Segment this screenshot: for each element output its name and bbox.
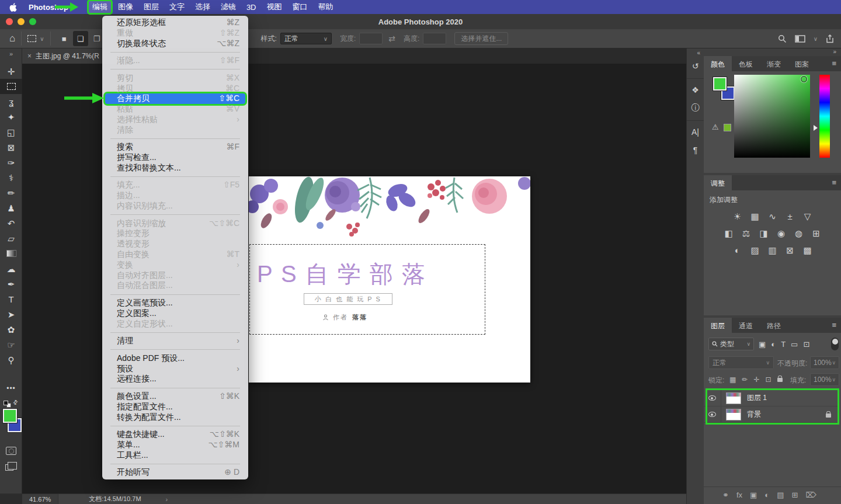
fill-dropdown[interactable]: 100% ∨: [810, 373, 839, 386]
layers-panel-menu-icon[interactable]: ≡: [832, 321, 836, 329]
eraser-tool[interactable]: ▱: [0, 231, 22, 246]
paragraph-panel-icon[interactable]: ¶: [687, 140, 704, 160]
brush-tool[interactable]: ✏: [0, 185, 22, 200]
gradient-map-icon[interactable]: ▩: [802, 245, 813, 256]
opacity-dropdown[interactable]: 100% ∨: [810, 356, 839, 369]
collapse-panels-icon[interactable]: «: [687, 48, 704, 56]
link-layers-icon[interactable]: ⚭: [722, 491, 729, 499]
default-colors-icon[interactable]: ⇄: [4, 399, 19, 407]
app-menu-title[interactable]: Photoshop: [29, 3, 68, 12]
width-input[interactable]: [359, 33, 383, 44]
menubar-item-edit[interactable]: 编辑: [88, 1, 112, 13]
lock-transparency-icon[interactable]: ▦: [729, 376, 736, 384]
tab-color[interactable]: 颜色: [704, 56, 732, 71]
menu-item-convert-to-profile[interactable]: 转换为配置文件...: [105, 412, 245, 423]
menu-item-search[interactable]: 搜索⌘F: [105, 142, 245, 152]
menubar-item-select[interactable]: 选择: [191, 1, 214, 13]
menu-item-copy-merged[interactable]: 合并拷贝⇧⌘C: [105, 93, 245, 104]
threshold-icon[interactable]: ▥: [767, 245, 778, 256]
search-icon[interactable]: [778, 34, 787, 43]
move-tool[interactable]: ✛: [0, 64, 22, 79]
tab-channels[interactable]: 通道: [732, 318, 760, 333]
libraries-panel-icon[interactable]: ❖: [687, 78, 704, 98]
apple-menu-icon[interactable]: [9, 3, 17, 12]
status-chevron-icon[interactable]: ›: [166, 496, 168, 503]
workspace-switcher-icon[interactable]: [795, 35, 805, 43]
gamut-warning-icon[interactable]: ⚠: [712, 123, 719, 131]
menu-item-toolbar-cmd[interactable]: 工具栏...: [105, 450, 245, 461]
swap-colors-icon[interactable]: ⇄: [11, 398, 19, 406]
color-panel-menu-icon[interactable]: ≡: [832, 59, 836, 68]
character-panel-icon[interactable]: A|: [687, 120, 704, 140]
hue-slider-arrow[interactable]: [814, 125, 818, 131]
menubar-item-3d[interactable]: 3D: [242, 2, 260, 13]
foreground-color-swatch[interactable]: [3, 409, 17, 423]
share-icon[interactable]: [826, 34, 834, 43]
menu-item-purge[interactable]: 清理›: [105, 336, 245, 346]
color-field[interactable]: [734, 75, 810, 158]
lock-pixels-icon[interactable]: ✏: [742, 376, 748, 384]
adjustments-panel-menu-icon[interactable]: ≡: [832, 178, 836, 187]
healing-brush-tool[interactable]: ⚕: [0, 170, 22, 185]
new-layer-icon[interactable]: ⊞: [791, 491, 798, 499]
tab-layers[interactable]: 图层: [704, 318, 732, 333]
zoom-tool[interactable]: ⚲: [0, 352, 22, 367]
menu-item-assign-profile[interactable]: 指定配置文件...: [105, 402, 245, 412]
layer-filter-dropdown[interactable]: 类型 ∨: [708, 338, 754, 350]
photo-filter-icon[interactable]: ◉: [776, 228, 787, 239]
filter-type-layers-icon[interactable]: T: [781, 340, 786, 349]
clone-stamp-tool[interactable]: ♟: [0, 200, 22, 215]
type-tool[interactable]: T: [0, 291, 22, 307]
menu-item-presets[interactable]: 预设›: [105, 364, 245, 374]
delete-layer-icon[interactable]: ⌦: [805, 491, 816, 499]
hand-tool[interactable]: ☞: [0, 337, 22, 352]
screen-mode-icon[interactable]: [5, 464, 13, 471]
quick-mask-mode-icon[interactable]: [6, 447, 16, 455]
style-dropdown[interactable]: 正常 ∨: [280, 33, 332, 44]
history-brush-tool[interactable]: ↶: [0, 215, 22, 231]
lasso-tool[interactable]: ʓ: [0, 94, 22, 109]
history-panel-icon[interactable]: ↺: [687, 56, 704, 76]
invert-icon[interactable]: ◐: [732, 245, 743, 256]
menubar-item-window[interactable]: 窗口: [289, 1, 312, 13]
filter-smart-objects-icon[interactable]: ⊡: [803, 340, 809, 349]
menu-item-check-spelling[interactable]: 拼写检查...: [105, 152, 245, 163]
filter-shape-layers-icon[interactable]: ▭: [791, 340, 798, 349]
layer-filter-toggle[interactable]: [831, 338, 839, 350]
layer-effects-icon[interactable]: fx: [736, 491, 742, 499]
gradient-tool[interactable]: [0, 246, 22, 261]
expand-dock-icon[interactable]: »: [704, 48, 841, 56]
pen-tool[interactable]: ✒: [0, 276, 22, 291]
levels-icon[interactable]: ▦: [750, 211, 760, 222]
selective-color-icon[interactable]: ⊠: [785, 245, 795, 256]
frame-tool[interactable]: ⊠: [0, 140, 22, 155]
visibility-toggle[interactable]: [704, 390, 721, 406]
lock-artboard-icon[interactable]: ⊡: [765, 376, 771, 384]
filter-pixel-layers-icon[interactable]: ▣: [759, 340, 766, 349]
color-field-picker[interactable]: [801, 76, 807, 82]
add-to-selection-button[interactable]: ❏: [73, 31, 88, 46]
tool-preset-picker[interactable]: ∨: [27, 35, 44, 42]
layer-mask-icon[interactable]: ▣: [750, 491, 757, 499]
menubar-item-help[interactable]: 帮助: [314, 1, 338, 13]
black-white-icon[interactable]: ◨: [759, 228, 769, 239]
menu-item-find-replace[interactable]: 查找和替换文本...: [105, 163, 245, 173]
exposure-icon[interactable]: ±: [785, 211, 795, 222]
menu-item-toggle-last-state[interactable]: 切换最终状态⌥⌘Z: [105, 39, 245, 49]
menubar-item-view[interactable]: 视图: [263, 1, 286, 13]
menu-item-define-pattern[interactable]: 定义图案...: [105, 308, 245, 319]
magic-wand-tool[interactable]: ✦: [0, 109, 22, 124]
visibility-toggle[interactable]: [704, 406, 721, 422]
menu-item-start-dictation[interactable]: 开始听写⊕ D: [105, 467, 245, 478]
new-selection-button[interactable]: ■: [57, 31, 72, 46]
menubar-item-type[interactable]: 文字: [165, 1, 189, 13]
menu-item-color-settings[interactable]: 颜色设置...⇧⌘K: [105, 391, 245, 402]
menubar-item-filter[interactable]: 滤镜: [217, 1, 240, 13]
hue-saturation-icon[interactable]: ◧: [724, 228, 734, 239]
lock-position-icon[interactable]: ✛: [753, 376, 759, 384]
menu-item-menus[interactable]: 菜单...⌥⇧⌘M: [105, 440, 245, 450]
height-input[interactable]: [423, 33, 446, 44]
layer-row-layer1[interactable]: 图层 1: [704, 390, 839, 406]
info-panel-icon[interactable]: ⓘ: [687, 98, 704, 118]
crop-tool[interactable]: ◱: [0, 124, 22, 140]
